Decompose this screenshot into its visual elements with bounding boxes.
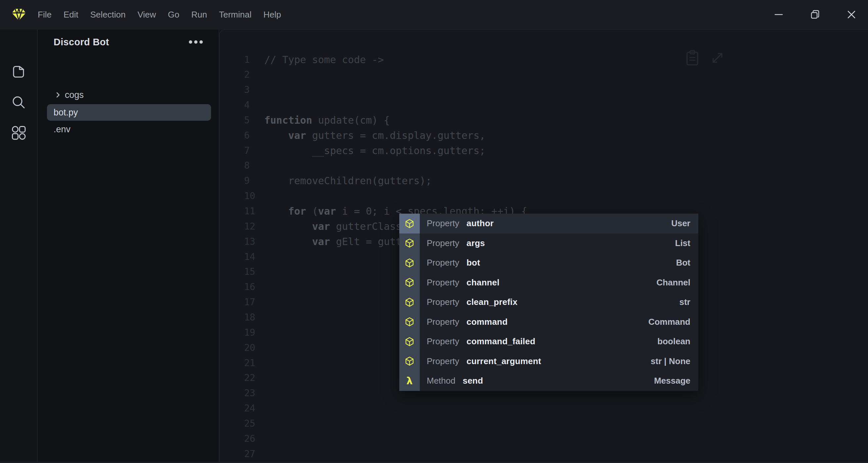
app-window: FileEditSelectionViewGoRunTerminalHelp: [0, 0, 868, 463]
completion-kind-label: Property: [427, 336, 459, 347]
expand-icon[interactable]: [709, 49, 726, 66]
search-icon[interactable]: [10, 94, 27, 110]
completion-return-type: List: [675, 238, 690, 248]
completion-item-body: Property clean_prefix str: [420, 292, 698, 312]
code-line[interactable]: function update(cm) {: [264, 113, 390, 128]
line-number: 1: [244, 52, 250, 67]
completion-item-body: Property args List: [420, 234, 698, 253]
line-number: 17: [244, 295, 255, 310]
minimize-icon[interactable]: [771, 7, 786, 22]
restore-icon[interactable]: [808, 7, 823, 22]
completion-item[interactable]: λ Property current_argument str | None: [399, 351, 698, 371]
completion-name: bot: [466, 258, 480, 268]
completion-item[interactable]: λ Property author User: [399, 214, 698, 234]
completion-item[interactable]: λ Property bot Bot: [399, 253, 698, 273]
completion-name: command: [466, 317, 507, 327]
file-label: bot.py: [54, 107, 78, 118]
code-line[interactable]: removeChildren(gutters);: [264, 173, 432, 188]
completion-return-type: str: [679, 297, 690, 307]
completion-kind-cell: λ: [399, 234, 420, 253]
completion-kind-label: Property: [427, 258, 459, 268]
completion-item-body: Property channel Channel: [420, 273, 698, 293]
completion-item[interactable]: λ Property command Command: [399, 312, 698, 332]
cube-icon: [405, 277, 414, 287]
completion-return-type: Command: [648, 317, 690, 327]
line-number: 23: [244, 385, 255, 401]
chevron-right-icon: [54, 91, 62, 98]
menu-item-terminal[interactable]: Terminal: [219, 9, 251, 20]
completion-item[interactable]: λ Method send Message: [399, 371, 698, 391]
completion-item-body: Property current_argument str | None: [420, 351, 698, 371]
completion-kind-cell: λ: [399, 214, 420, 234]
cube-icon: [405, 258, 414, 268]
line-number: 18: [244, 310, 255, 325]
project-title: Discord Bot: [54, 37, 109, 48]
more-horizontal-icon[interactable]: [189, 37, 203, 47]
completion-item-body: Property author User: [420, 214, 698, 234]
completion-kind-cell: λ: [399, 253, 420, 273]
line-number: 5: [244, 113, 250, 128]
code-line[interactable]: __specs = cm.options.gutters;: [264, 143, 485, 158]
line-number: 20: [244, 340, 255, 356]
line-number: 8: [244, 158, 250, 173]
line-number: 19: [244, 325, 255, 340]
titlebar: FileEditSelectionViewGoRunTerminalHelp: [0, 0, 868, 29]
files-icon[interactable]: [10, 64, 27, 80]
completion-return-type: User: [671, 218, 690, 228]
menu-item-file[interactable]: File: [38, 9, 52, 20]
line-number: 12: [244, 219, 255, 234]
menu-item-go[interactable]: Go: [168, 9, 180, 20]
activity-bar: [0, 29, 38, 462]
completion-item[interactable]: λ Property clean_prefix str: [399, 292, 698, 312]
close-icon[interactable]: [844, 7, 859, 22]
menu-item-edit[interactable]: Edit: [63, 9, 79, 20]
line-number: 15: [244, 264, 255, 279]
completion-kind-label: Property: [427, 238, 459, 248]
sidebar-item-env[interactable]: .env: [54, 122, 70, 136]
window-bottom-edge: [0, 462, 868, 463]
completion-name: send: [463, 376, 483, 386]
completion-item-body: Property command_failed boolean: [420, 332, 698, 351]
completion-kind-cell: λ: [399, 332, 420, 351]
completion-kind-cell: λ: [399, 292, 420, 312]
line-number: 27: [244, 446, 255, 462]
cube-icon: [405, 317, 414, 327]
menu-item-view[interactable]: View: [137, 9, 156, 20]
menu-item-selection[interactable]: Selection: [90, 9, 126, 20]
line-number: 10: [244, 188, 255, 204]
sidebar-item-bot-py[interactable]: bot.py: [47, 104, 211, 121]
line-number: 13: [244, 234, 255, 249]
line-number: 9: [244, 173, 250, 188]
code-line[interactable]: var gutters = cm.display.gutters,: [264, 128, 485, 143]
completion-item[interactable]: λ Property args List: [399, 234, 698, 253]
clipboard-icon[interactable]: [684, 49, 701, 66]
line-number: 16: [244, 279, 255, 295]
code-line[interactable]: // Type some code ->: [264, 52, 384, 67]
line-number: 3: [244, 82, 250, 98]
completion-item-body: Property bot Bot: [420, 253, 698, 273]
line-number: 6: [244, 128, 250, 143]
main-content: Discord Bot cogs bot.py .env 12345678910…: [0, 29, 868, 462]
explorer-header: Discord Bot: [38, 34, 219, 50]
completion-kind-label: Method: [427, 376, 456, 386]
menu-item-help[interactable]: Help: [263, 9, 281, 20]
editor-pane[interactable]: 1234567891011121314151617181920212223242…: [219, 29, 868, 462]
cube-icon: [405, 297, 414, 307]
completion-return-type: Channel: [656, 277, 690, 288]
sidebar-item-cogs[interactable]: cogs: [54, 88, 84, 102]
completion-kind-label: Property: [427, 277, 459, 288]
completion-kind-cell: λ: [399, 371, 420, 391]
extensions-icon[interactable]: [10, 125, 27, 141]
lambda-icon: λ: [407, 375, 413, 387]
completion-kind-label: Property: [427, 297, 459, 307]
folder-label: cogs: [65, 90, 84, 100]
line-number: 7: [244, 143, 250, 158]
cube-icon: [405, 238, 414, 248]
line-number: 14: [244, 249, 255, 265]
completion-item[interactable]: λ Property command_failed boolean: [399, 332, 698, 351]
completion-item[interactable]: λ Property channel Channel: [399, 273, 698, 293]
file-label: .env: [54, 124, 70, 134]
completion-name: current_argument: [466, 356, 541, 366]
line-number: 26: [244, 431, 255, 446]
menu-item-run[interactable]: Run: [191, 9, 207, 20]
